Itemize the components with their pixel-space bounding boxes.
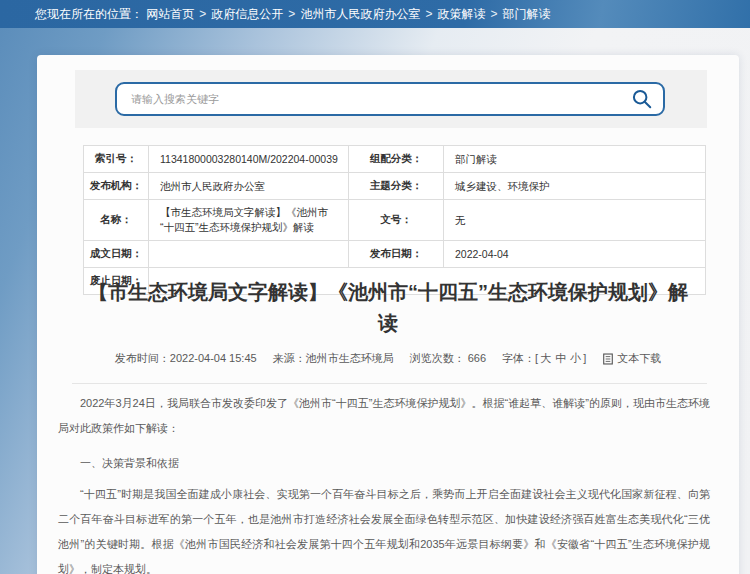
search-icon — [631, 88, 653, 110]
meta-label-topic-category: 主题分类： — [349, 173, 444, 200]
section-heading-background: 一、决策背景和依据 — [58, 451, 710, 476]
meta-label-index: 索引号： — [84, 146, 149, 173]
breadcrumb-separator: > — [490, 7, 497, 21]
breadcrumb-link-department-interpretation[interactable]: 部门解读 — [502, 7, 550, 21]
breadcrumb-separator: > — [288, 7, 295, 21]
document-icon — [602, 353, 614, 365]
view-count: 浏览次数： 666 — [410, 351, 486, 366]
paragraph-intro: 2022年3月24日，我局联合市发改委印发了《池州市“十四五”生态环境保护规划》… — [58, 391, 710, 441]
meta-label-written-date: 成文日期： — [84, 241, 149, 268]
meta-value-publish-date: 2022-04-04 — [444, 241, 706, 268]
search-section — [75, 70, 707, 128]
search-button[interactable] — [631, 88, 653, 110]
breadcrumb-link-info-disclosure[interactable]: 政府信息公开 — [211, 7, 283, 21]
meta-value-index: 11341800003280140M/202204-00039 — [149, 146, 349, 173]
breadcrumb-bar: 您现在所在的位置： 网站首页>政府信息公开>池州市人民政府办公室>政策解读>部门… — [0, 0, 750, 28]
search-input-wrapper — [115, 82, 665, 116]
meta-label-group-category: 组配分类： — [349, 146, 444, 173]
meta-value-issuing-agency: 池州市人民政府办公室 — [149, 173, 349, 200]
search-input[interactable] — [131, 93, 631, 105]
breadcrumb-separator: > — [425, 7, 432, 21]
divider — [72, 383, 707, 384]
article-body: 2022年3月24日，我局联合市发改委印发了《池州市“十四五”生态环境保护规划》… — [58, 385, 710, 574]
meta-value-name: 【市生态环境局文字解读】《池州市“十四五”生态环境保护规划》解读 — [149, 200, 349, 241]
article-source: 来源：池州市生态环境局 — [273, 351, 394, 366]
font-size-large-button[interactable]: 大 — [540, 352, 551, 364]
meta-label-issuing-agency: 发布机构： — [84, 173, 149, 200]
breadcrumb-separator: > — [199, 7, 206, 21]
breadcrumb-link-policy-interpretation[interactable]: 政策解读 — [437, 7, 485, 21]
meta-value-group-category: 部门解读 — [444, 146, 706, 173]
font-size-medium-button[interactable]: 中 — [555, 352, 566, 364]
publish-time: 发布时间：2022-04-04 15:45 — [115, 351, 257, 366]
breadcrumb-link-gov-office[interactable]: 池州市人民政府办公室 — [300, 7, 420, 21]
font-size-controls: 字体：[大中小] — [502, 351, 586, 366]
breadcrumb-prefix: 您现在所在的位置： — [35, 7, 143, 21]
meta-label-doc-number: 文号： — [349, 200, 444, 241]
font-size-small-button[interactable]: 小 — [570, 352, 581, 364]
meta-value-topic-category: 城乡建设、环境保护 — [444, 173, 706, 200]
text-download-link[interactable]: 文本下载 — [602, 351, 661, 366]
meta-label-publish-date: 发布日期： — [349, 241, 444, 268]
page-title: 【市生态环境局文字解读】《池州市“十四五”生态环境保护规划》解读 — [37, 277, 739, 339]
meta-value-written-date — [149, 241, 349, 268]
meta-label-name: 名称： — [84, 200, 149, 241]
breadcrumb-link-home[interactable]: 网站首页 — [146, 7, 194, 21]
content-panel: 索引号： 11341800003280140M/202204-00039 组配分… — [37, 55, 739, 574]
paragraph-background-detail: “十四五”时期是我国全面建成小康社会、实现第一个百年奋斗目标之后，乘势而上开启全… — [58, 482, 710, 574]
article-meta-line: 发布时间：2022-04-04 15:45 来源：池州市生态环境局 浏览次数： … — [37, 351, 739, 366]
meta-value-doc-number: 无 — [444, 200, 706, 241]
document-meta-table: 索引号： 11341800003280140M/202204-00039 组配分… — [83, 145, 706, 295]
